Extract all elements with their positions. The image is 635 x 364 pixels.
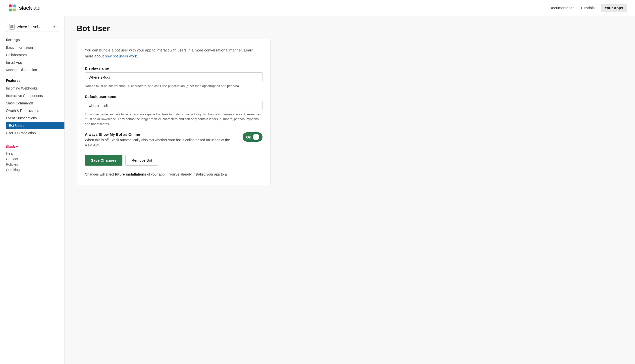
slack-heart-label: Slack ♥ [6, 145, 65, 149]
svg-rect-8 [11, 25, 12, 26]
sidebar-footer: Slack ♥ Help Contact Policies Our Blog [6, 145, 65, 172]
logo-text-bold: slack [19, 5, 32, 11]
header: slack api Documentation Tutorials Your A… [0, 0, 635, 16]
svg-rect-4 [12, 4, 14, 7]
sidebar-item-basic-information[interactable]: Basic Information [6, 44, 65, 51]
svg-rect-7 [9, 7, 12, 9]
logo: slack api [8, 4, 40, 12]
intro-text: You can bundle a bot user with your app … [85, 47, 262, 59]
toggle-title: Always Show My Bot as Online [85, 132, 237, 136]
header-nav: Documentation Tutorials Your Apps [549, 4, 627, 12]
toggle-desc: When this is off, Slack automatically di… [85, 138, 237, 148]
display-name-group: Display name Names must be shorter than … [85, 66, 262, 88]
display-name-input[interactable] [85, 72, 262, 82]
tutorials-link[interactable]: Tutorials [580, 6, 595, 10]
app-selector-icon [9, 24, 15, 30]
default-username-group: Default username If this username isn't … [85, 94, 262, 126]
default-username-label: Default username [85, 94, 262, 99]
slack-logo-icon [8, 4, 17, 12]
always-online-toggle[interactable]: On [243, 132, 262, 142]
remove-bot-button[interactable]: Remove Bot [125, 155, 159, 166]
display-name-hint: Names must be shorter than 80 characters… [85, 84, 262, 88]
footer-contact-link[interactable]: Contact [6, 156, 65, 162]
sidebar-item-incoming-webhooks[interactable]: Incoming Webhooks [6, 84, 65, 92]
settings-section: Settings Basic Information Collaborators… [6, 38, 65, 74]
sidebar-item-interactive-components[interactable]: Interactive Components [6, 92, 65, 100]
documentation-link[interactable]: Documentation [549, 6, 574, 10]
sidebar-item-manage-distribution[interactable]: Manage Distribution [6, 66, 65, 74]
footer-policies-link[interactable]: Policies [6, 162, 65, 167]
layout: Where is Rudi? ▾ Settings Basic Informat… [0, 16, 635, 364]
page-title: Bot User [77, 24, 623, 33]
action-buttons: Save Changes Remove Bot [85, 155, 262, 166]
settings-section-title: Settings [6, 38, 65, 42]
default-username-hint: If this username isn't available on any … [85, 112, 262, 126]
intro-after-link: . [137, 54, 138, 58]
main-content: Bot User You can bundle a bot user with … [65, 16, 635, 364]
toggle-circle [253, 134, 259, 140]
logo-text-light: api [32, 5, 40, 11]
sidebar-item-install-app[interactable]: Install App [6, 59, 65, 66]
always-online-toggle-section: Always Show My Bot as Online When this i… [85, 132, 262, 148]
save-changes-button[interactable]: Save Changes [85, 155, 122, 166]
svg-rect-1 [13, 4, 16, 7]
toggle-state-label: On [246, 135, 251, 139]
sidebar-item-user-id-translation[interactable]: User ID Translation [6, 129, 65, 137]
features-section: Features Incoming Webhooks Interactive C… [6, 78, 65, 137]
sidebar: Where is Rudi? ▾ Settings Basic Informat… [0, 16, 65, 364]
footer-blog-link[interactable]: Our Blog [6, 167, 65, 172]
sidebar-item-oauth-permissions[interactable]: OAuth & Permissions [6, 107, 65, 114]
display-name-label: Display name [85, 66, 262, 70]
logo-text: slack api [19, 5, 40, 11]
svg-rect-5 [13, 7, 16, 9]
svg-rect-10 [11, 27, 12, 28]
svg-rect-2 [9, 9, 12, 12]
sidebar-item-event-subscriptions[interactable]: Event Subscriptions [6, 114, 65, 122]
content-card: You can bundle a bot user with your app … [77, 39, 271, 185]
svg-rect-11 [12, 27, 14, 28]
svg-rect-0 [9, 4, 12, 7]
svg-rect-6 [12, 9, 14, 12]
your-apps-button[interactable]: Your Apps [601, 4, 627, 12]
toggle-info: Always Show My Bot as Online When this i… [85, 132, 237, 148]
svg-rect-9 [12, 25, 14, 26]
app-selector-name: Where is Rudi? [17, 25, 52, 29]
bottom-note: Changes will affect future installations… [85, 172, 262, 177]
footer-help-link[interactable]: Help [6, 151, 65, 156]
sidebar-item-bot-users[interactable]: Bot Users [6, 122, 65, 129]
features-section-title: Features [6, 78, 65, 82]
app-selector-arrow: ▾ [54, 25, 55, 28]
sidebar-item-slash-commands[interactable]: Slash Commands [6, 100, 65, 107]
sidebar-item-collaborators[interactable]: Collaborators [6, 51, 65, 59]
app-selector[interactable]: Where is Rudi? ▾ [6, 22, 58, 32]
how-bot-users-work-link[interactable]: how bot users work [105, 54, 137, 58]
svg-rect-3 [13, 9, 16, 12]
default-username-input[interactable] [85, 101, 262, 110]
